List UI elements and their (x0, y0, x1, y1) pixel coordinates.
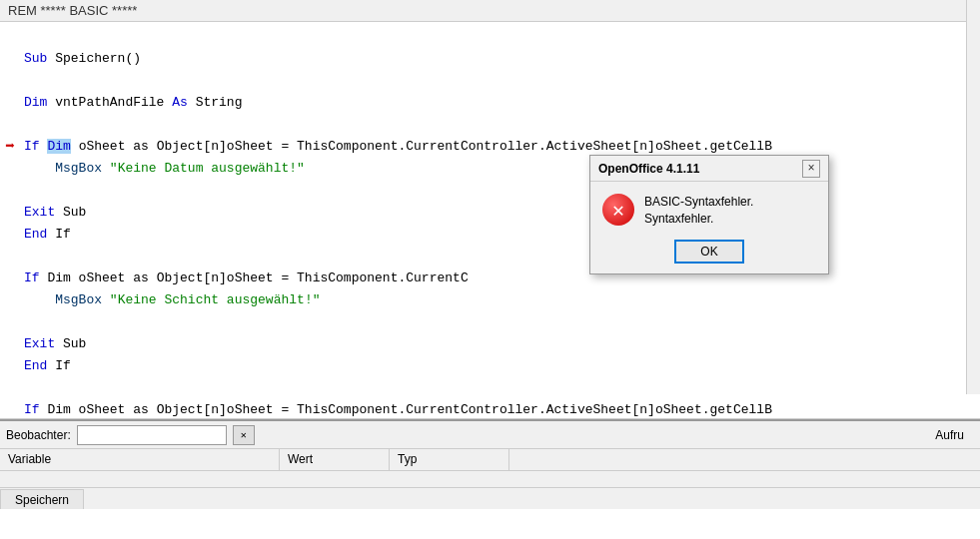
code-line: End If (0, 355, 980, 377)
code-text: MsgBox "Keine Datum ausgewählt!" (20, 159, 980, 179)
code-text (20, 71, 980, 91)
code-line: If Dim oSheet as Object[n]oSheet = ThisC… (0, 399, 980, 419)
dialog-close-button[interactable]: × (802, 160, 820, 178)
code-editor[interactable]: REM ***** BASIC ***** Sub Speichern() Di… (0, 0, 980, 419)
code-line: Exit Sub (0, 333, 980, 355)
code-text (20, 247, 980, 267)
module-header: REM ***** BASIC ***** (0, 0, 980, 22)
dialog-title: OpenOffice 4.1.11 (598, 162, 699, 176)
dialog-body: ✕ BASIC-Syntaxfehler. Syntaxfehler. (590, 182, 828, 236)
code-text: End If (20, 356, 980, 376)
tab-bar: Speichern (0, 487, 980, 509)
code-line: End If (0, 224, 980, 246)
error-icon: ✕ (602, 194, 634, 226)
code-line: ➡If Dim oSheet as Object[n]oSheet = This… (0, 136, 980, 158)
code-line: If Dim oSheet as Object[n]oSheet = ThisC… (0, 268, 980, 289)
code-line (0, 114, 980, 136)
watch-label: Beobachter: (6, 428, 71, 442)
code-text (20, 115, 980, 135)
vertical-scrollbar[interactable] (966, 0, 980, 394)
code-text: Exit Sub (20, 334, 980, 354)
code-line (0, 180, 980, 202)
code-line (0, 246, 980, 268)
code-text: If Dim oSheet as Object[n]oSheet = ThisC… (20, 269, 980, 288)
col-typ: Typ (390, 449, 509, 470)
watch-button[interactable]: ✕ (233, 425, 255, 445)
code-line (0, 311, 980, 333)
dialog-ok-button[interactable]: OK (674, 240, 744, 264)
code-text: Sub Speichern() (20, 49, 980, 69)
code-text: If Dim oSheet as Object[n]oSheet = ThisC… (20, 400, 980, 419)
col-wert: Wert (280, 449, 390, 470)
col-variable: Variable (0, 449, 280, 470)
code-text: Exit Sub (20, 203, 980, 223)
dialog-message: BASIC-Syntaxfehler. Syntaxfehler. (644, 194, 753, 228)
code-line (0, 26, 980, 48)
code-line: Dim vntPathAndFile As String (0, 92, 980, 114)
error-dialog[interactable]: OpenOffice 4.1.11 × ✕ BASIC-Syntaxfehler… (589, 155, 829, 274)
line-arrow: ➡ (0, 137, 20, 157)
watch-input[interactable] (77, 425, 227, 445)
code-text (20, 312, 980, 332)
watch-bar: Beobachter: ✕ Aufru (0, 421, 980, 449)
watch-table-header: Variable Wert Typ (0, 449, 980, 471)
module-title: REM ***** BASIC ***** (8, 3, 137, 18)
dialog-buttons: OK (590, 236, 828, 273)
bottom-panel: Beobachter: ✕ Aufru Variable Wert Typ Sp… (0, 419, 980, 509)
code-text: End If (20, 225, 980, 245)
error-circle-icon: ✕ (602, 194, 634, 226)
dialog-titlebar: OpenOffice 4.1.11 × (590, 156, 828, 182)
aufru-label: Aufru (935, 428, 974, 442)
code-text (20, 181, 980, 201)
code-text (20, 378, 980, 398)
code-text: Dim vntPathAndFile As String (20, 93, 980, 113)
code-line: MsgBox "Keine Datum ausgewählt!" (0, 158, 980, 180)
code-line: MsgBox "Keine Schicht ausgewählt!" (0, 289, 980, 311)
code-line: Sub Speichern() (0, 48, 980, 70)
code-text: MsgBox "Keine Schicht ausgewählt!" (20, 290, 980, 310)
code-line (0, 70, 980, 92)
code-text (20, 27, 980, 47)
code-content: Sub Speichern() Dim vntPathAndFile As St… (0, 22, 980, 419)
code-line: Exit Sub (0, 202, 980, 224)
tab-speichern[interactable]: Speichern (0, 489, 84, 509)
code-line (0, 377, 980, 399)
code-text: If Dim oSheet as Object[n]oSheet = ThisC… (20, 137, 980, 157)
